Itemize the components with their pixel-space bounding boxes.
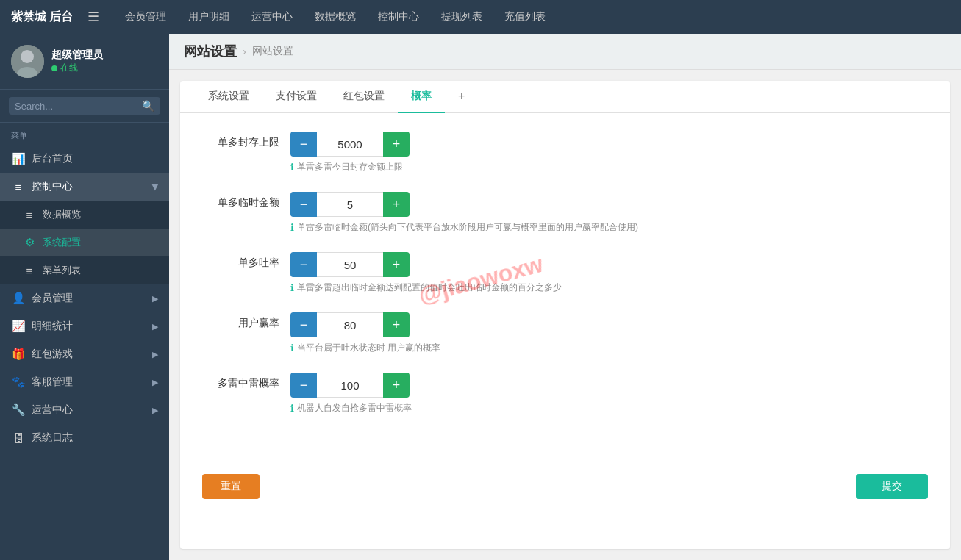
main-layout: 超级管理员 在线 🔍 菜单 📊 后台首页 ≡ 控制中心 ▶: [0, 34, 961, 560]
field-label-vomit-rate: 单多吐率: [202, 252, 290, 270]
info-icon: ℹ: [290, 403, 294, 414]
sidebar-item-label: 运营中心: [32, 403, 146, 417]
input-temp-amount[interactable]: [317, 192, 383, 217]
topbar-nav: 会员管理用户明细运营中心数据概览控制中心提现列表充值列表: [114, 0, 557, 34]
syslog-icon: 🗄: [11, 432, 26, 445]
stats-icon: 📈: [11, 320, 26, 333]
topbar-nav-item[interactable]: 充值列表: [493, 0, 557, 34]
sidebar-item-label: 控制中心: [32, 180, 146, 193]
tab-redpacket[interactable]: 红包设置: [330, 81, 398, 113]
plus-button-max-deposit[interactable]: +: [383, 132, 410, 157]
plus-button-multi-hit[interactable]: +: [383, 373, 410, 398]
sidebar-search-wrap: 🔍: [9, 97, 160, 115]
search-input[interactable]: [15, 101, 142, 112]
minus-button-user-win[interactable]: −: [290, 312, 317, 337]
reset-button[interactable]: 重置: [202, 474, 260, 499]
sidebar-username: 超级管理员: [51, 49, 103, 62]
hint-text: 单雷多雷今日封存金额上限: [297, 161, 403, 173]
breadcrumb-separator: ›: [243, 46, 246, 57]
sidebar-item-stats[interactable]: 📈 明细统计 ▶: [0, 312, 169, 340]
sidebar-user: 超级管理员 在线: [0, 34, 169, 90]
sidebar-item-redpacket[interactable]: 🎁 红包游戏 ▶: [0, 340, 169, 368]
svg-point-1: [21, 50, 34, 63]
hint-text: 单雷多雷临时金额(箭头向下代表平台放水阶段用户可赢与概率里面的用户赢率配合使用): [297, 221, 638, 234]
breadcrumb-sub: 网站设置: [252, 45, 293, 58]
toggle-icon[interactable]: ☰: [87, 9, 99, 25]
topbar-nav-item[interactable]: 控制中心: [367, 0, 430, 34]
sidebar-status: 在线: [51, 62, 103, 74]
minus-button-max-deposit[interactable]: −: [290, 132, 317, 157]
page-title: 网站设置: [184, 43, 237, 60]
field-label-max-deposit: 单多封存上限: [202, 132, 290, 149]
redpacket-icon: 🎁: [11, 348, 26, 361]
input-group-temp-amount: − +: [290, 192, 928, 217]
tab-system[interactable]: 系统设置: [195, 81, 262, 113]
sidebar-item-syslog[interactable]: 🗄 系统日志: [0, 424, 169, 452]
topbar-nav-item[interactable]: 会员管理: [114, 0, 177, 34]
field-label-multi-hit: 多雷中雷概率: [202, 373, 290, 390]
customer-icon: 🐾: [11, 376, 26, 389]
input-group-max-deposit: − +: [290, 132, 928, 157]
sidebar-item-customer[interactable]: 🐾 客服管理 ▶: [0, 368, 169, 396]
topbar-nav-item[interactable]: 用户明细: [177, 0, 240, 34]
plus-button-vomit-rate[interactable]: +: [383, 252, 410, 277]
hint-temp-amount: ℹ 单雷多雷临时金额(箭头向下代表平台放水阶段用户可赢与概率里面的用户赢率配合使…: [290, 221, 928, 234]
form-row-vomit-rate: 单多吐率 − + ℹ 单雷多雷超出临时金额达到配置的值时会吐出临时金额的百分之多…: [202, 252, 928, 294]
form-row-user-win: 用户赢率 − + ℹ 当平台属于吐水状态时 用户赢的概率: [202, 312, 928, 354]
minus-button-multi-hit[interactable]: −: [290, 373, 317, 398]
form-row-temp-amount: 单多临时金额 − + ℹ 单雷多雷临时金额(箭头向下代表平台放水阶段用户可赢与概…: [202, 192, 928, 234]
config-icon: ⚙: [22, 236, 37, 249]
sidebar-item-system-config[interactable]: ⚙ 系统配置: [0, 229, 169, 256]
chevron-icon: ▶: [152, 350, 158, 359]
avatar: [11, 45, 44, 78]
topbar-nav-item[interactable]: 数据概览: [304, 0, 367, 34]
sidebar-item-operations[interactable]: 🔧 运营中心 ▶: [0, 396, 169, 424]
plus-button-temp-amount[interactable]: +: [383, 192, 410, 217]
hint-text: 机器人自发自抢多雷中雷概率: [297, 402, 412, 414]
data-icon: ≡: [22, 209, 37, 221]
info-icon: ℹ: [290, 342, 294, 353]
chevron-icon: ▶: [152, 378, 158, 387]
input-group-vomit-rate: − +: [290, 252, 928, 277]
breadcrumb: 网站设置 › 网站设置: [169, 34, 961, 70]
topbar-nav-item[interactable]: 提现列表: [430, 0, 493, 34]
dashboard-icon: 📊: [11, 152, 26, 165]
input-user-win[interactable]: [317, 312, 383, 337]
app-brand: 紫禁城 后台: [11, 10, 73, 25]
sidebar-item-control[interactable]: ≡ 控制中心 ▶: [0, 173, 169, 201]
input-multi-hit[interactable]: [317, 373, 383, 398]
field-wrap-max-deposit: − + ℹ 单雷多雷今日封存金额上限: [290, 132, 928, 173]
submit-button[interactable]: 提交: [856, 474, 928, 499]
minus-button-vomit-rate[interactable]: −: [290, 252, 317, 277]
form-row-max-deposit: 单多封存上限 − + ℹ 单雷多雷今日封存金额上限: [202, 132, 928, 173]
tab-add[interactable]: +: [445, 81, 478, 113]
input-vomit-rate[interactable]: [317, 252, 383, 277]
sidebar-section-label: 菜单: [0, 123, 169, 145]
control-icon: ≡: [11, 181, 26, 193]
sidebar-item-data-overview[interactable]: ≡ 数据概览: [0, 201, 169, 229]
form-content: 单多封存上限 − + ℹ 单雷多雷今日封存金额上限: [180, 113, 950, 451]
info-icon: ℹ: [290, 222, 294, 233]
tab-payment[interactable]: 支付设置: [262, 81, 330, 113]
input-max-deposit[interactable]: [317, 132, 383, 157]
hint-vomit-rate: ℹ 单雷多雷超出临时金额达到配置的值时会吐出临时金额的百分之多少: [290, 281, 928, 294]
status-dot: [51, 65, 57, 71]
sidebar-item-members[interactable]: 👤 会员管理 ▶: [0, 284, 169, 312]
sidebar-item-dashboard[interactable]: 📊 后台首页: [0, 145, 169, 173]
plus-button-user-win[interactable]: +: [383, 312, 410, 337]
chevron-icon: ▶: [152, 294, 158, 304]
tab-probability[interactable]: 概率: [398, 81, 445, 113]
sidebar-item-label: 客服管理: [32, 376, 146, 389]
topbar-nav-item[interactable]: 运营中心: [240, 0, 304, 34]
sidebar-item-menu-list[interactable]: ≡ 菜单列表: [0, 256, 169, 284]
hint-max-deposit: ℹ 单雷多雷今日封存金额上限: [290, 161, 928, 173]
page-content: 系统设置 支付设置 红包设置 概率 + 单多封存上限 − +: [180, 81, 950, 549]
sidebar-item-label: 会员管理: [32, 292, 146, 305]
form-footer: 重置 提交: [180, 459, 950, 514]
sidebar-item-label: 数据概览: [43, 208, 158, 221]
field-wrap-temp-amount: − + ℹ 单雷多雷临时金额(箭头向下代表平台放水阶段用户可赢与概率里面的用户赢…: [290, 192, 928, 234]
search-icon[interactable]: 🔍: [142, 100, 154, 112]
members-icon: 👤: [11, 292, 26, 305]
minus-button-temp-amount[interactable]: −: [290, 192, 317, 217]
field-wrap-vomit-rate: − + ℹ 单雷多雷超出临时金额达到配置的值时会吐出临时金额的百分之多少: [290, 252, 928, 294]
